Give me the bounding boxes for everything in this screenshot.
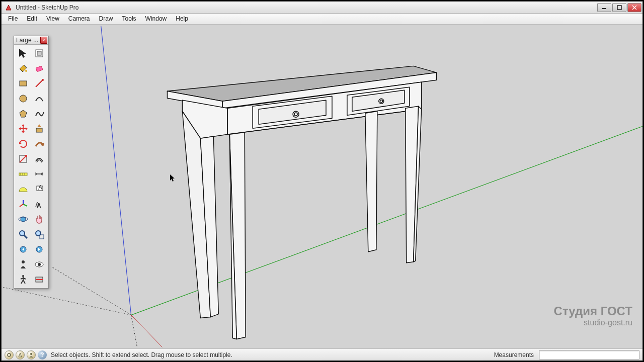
- axis-green-neg: [52, 267, 131, 315]
- help-icon[interactable]: ?: [38, 350, 47, 359]
- measurements-input[interactable]: [539, 350, 639, 359]
- svg-line-45: [23, 204, 27, 206]
- watermark-line1: Студия ГОСТ: [554, 304, 632, 318]
- menu-file[interactable]: File: [4, 14, 22, 24]
- tool-offset[interactable]: [31, 151, 47, 166]
- viewport-canvas: [2, 25, 642, 348]
- tool-grid: AAA: [14, 45, 48, 288]
- minimize-button[interactable]: [597, 3, 611, 12]
- menu-edit[interactable]: Edit: [22, 14, 42, 24]
- tool-orbit[interactable]: [15, 212, 31, 227]
- tool-polygon[interactable]: [15, 106, 31, 121]
- tool-section-plane[interactable]: [31, 272, 47, 287]
- svg-marker-33: [20, 110, 27, 117]
- tool-rectangle[interactable]: [15, 76, 31, 91]
- menu-window[interactable]: Window: [141, 14, 172, 24]
- axis-red: [131, 315, 163, 347]
- svg-line-52: [24, 235, 27, 238]
- svg-rect-29: [20, 81, 27, 86]
- watermark-line2: studio-gost.ru: [554, 318, 632, 327]
- tool-push-pull[interactable]: [31, 121, 47, 136]
- tool-pan[interactable]: [31, 212, 47, 227]
- svg-line-30: [36, 80, 43, 87]
- menu-camera[interactable]: Camera: [64, 14, 95, 24]
- svg-point-27: [25, 70, 27, 72]
- tool-position-camera[interactable]: [15, 257, 31, 272]
- svg-point-35: [41, 143, 44, 146]
- tool-previous[interactable]: [15, 242, 31, 257]
- svg-point-59: [38, 263, 41, 266]
- maximize-button[interactable]: [612, 3, 626, 12]
- svg-text:A: A: [37, 202, 41, 209]
- svg-point-57: [22, 260, 25, 263]
- svg-marker-22: [365, 111, 377, 252]
- menu-help[interactable]: Help: [171, 14, 193, 24]
- svg-point-64: [30, 353, 32, 355]
- tool-scale[interactable]: [15, 151, 31, 166]
- svg-rect-34: [36, 128, 42, 132]
- tool-paint-bucket[interactable]: [15, 61, 31, 76]
- status-credits-button[interactable]: [16, 350, 25, 359]
- menu-view[interactable]: View: [42, 14, 64, 24]
- tool-next[interactable]: [31, 242, 47, 257]
- tool-circle[interactable]: [15, 91, 31, 106]
- svg-point-12: [294, 113, 297, 116]
- tool-arc[interactable]: [31, 91, 47, 106]
- toolbox-title: Large ...: [15, 37, 40, 44]
- tool-tape-measure[interactable]: [15, 166, 31, 182]
- tool-axes[interactable]: [15, 197, 31, 212]
- tool-walk[interactable]: [15, 272, 31, 287]
- measurements-label: Measurements: [494, 351, 534, 358]
- svg-point-16: [380, 100, 382, 103]
- model-table: [167, 66, 436, 339]
- tool-zoom-extents[interactable]: [31, 227, 47, 242]
- large-toolset-panel[interactable]: Large ... × AAA: [14, 36, 49, 289]
- svg-point-60: [22, 275, 24, 277]
- tool-protractor[interactable]: [15, 182, 31, 197]
- mouse-cursor-icon: [170, 174, 176, 183]
- svg-rect-37: [19, 173, 27, 175]
- axis-blue: [101, 26, 131, 315]
- viewport[interactable]: Large ... × AAA Студия ГОСТ studio-gost.…: [2, 25, 642, 348]
- menu-tools[interactable]: Tools: [118, 14, 141, 24]
- app-icon: [5, 4, 13, 12]
- svg-point-31: [42, 79, 44, 81]
- svg-rect-26: [37, 51, 41, 55]
- svg-point-51: [20, 231, 25, 236]
- app-window: Untitled - SketchUp Pro File Edit View C…: [1, 1, 643, 361]
- tool-rotate[interactable]: [15, 136, 31, 151]
- leg-front-left: [182, 111, 218, 318]
- leg-back-right: [406, 106, 422, 263]
- tool-line[interactable]: [31, 76, 47, 91]
- tool-move[interactable]: [15, 121, 31, 136]
- tool-freehand[interactable]: [31, 106, 47, 121]
- watermark: Студия ГОСТ studio-gost.ru: [554, 304, 632, 327]
- tool-3d-text[interactable]: AA: [31, 197, 47, 212]
- toolbox-close-button[interactable]: ×: [40, 37, 47, 44]
- status-geo-button[interactable]: [5, 350, 14, 359]
- toolbox-titlebar[interactable]: Large ... ×: [14, 36, 48, 45]
- menubar: File Edit View Camera Draw Tools Window …: [2, 14, 642, 25]
- tool-make-component[interactable]: [31, 46, 47, 61]
- status-signin-button[interactable]: [27, 350, 36, 359]
- tool-follow-me[interactable]: [31, 136, 47, 151]
- axis-dash: [2, 287, 131, 315]
- tool-text[interactable]: A: [31, 182, 47, 197]
- tool-select[interactable]: [15, 46, 31, 61]
- tool-look-around[interactable]: [31, 257, 47, 272]
- close-button[interactable]: [627, 3, 641, 12]
- statusbar: ? Select objects. Shift to extend select…: [2, 348, 642, 360]
- status-hint: Select objects. Shift to extend select. …: [51, 351, 492, 358]
- svg-rect-1: [617, 6, 621, 10]
- svg-point-63: [8, 353, 11, 356]
- svg-line-46: [20, 204, 23, 207]
- window-title: Untitled - SketchUp Pro: [16, 4, 597, 11]
- leg-front-right: [229, 132, 246, 339]
- svg-rect-28: [36, 66, 43, 72]
- menu-draw[interactable]: Draw: [95, 14, 118, 24]
- tool-eraser[interactable]: [31, 61, 47, 76]
- axis-blue-neg: [131, 315, 137, 347]
- leg-back-left: [365, 111, 377, 252]
- tool-zoom[interactable]: [15, 227, 31, 242]
- tool-dimension[interactable]: [31, 166, 47, 182]
